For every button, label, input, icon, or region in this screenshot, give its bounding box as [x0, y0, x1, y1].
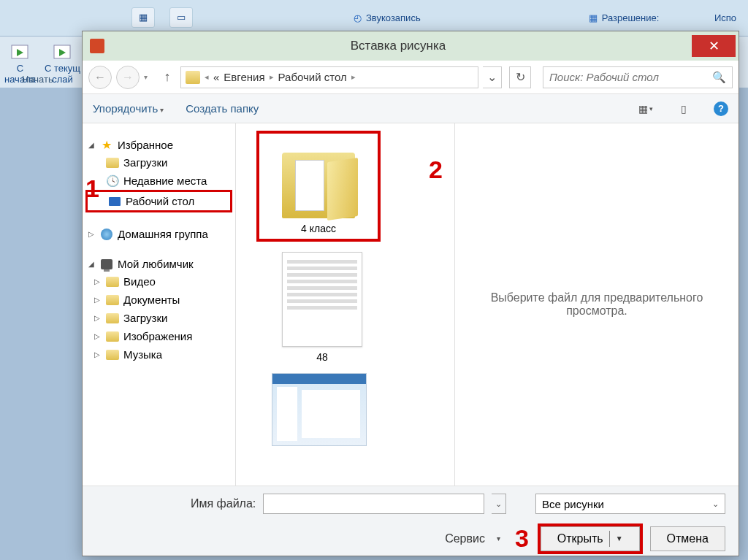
- tools-label[interactable]: Сервис: [445, 532, 485, 545]
- search-input[interactable]: [549, 71, 712, 83]
- organize-button[interactable]: Упорядочить▾: [93, 102, 164, 115]
- tree-favorites[interactable]: ◢ ★ Избранное: [85, 137, 232, 153]
- history-dropdown[interactable]: ▾: [144, 73, 154, 81]
- chevron-right-icon: ▸: [351, 72, 356, 82]
- slide-icon[interactable]: ▭: [169, 7, 193, 28]
- sound-record-label[interactable]: Звукозапись: [366, 12, 421, 23]
- file-list[interactable]: 2 4 класс 48: [236, 123, 455, 486]
- breadcrumb-2[interactable]: Рабочий стол: [278, 71, 347, 83]
- file-label: 48: [316, 351, 328, 363]
- resolution-label: Разрешение:: [602, 12, 660, 23]
- search-icon[interactable]: 🔍: [712, 71, 726, 84]
- expand-icon[interactable]: ▷: [94, 314, 102, 322]
- collapse-icon[interactable]: ◢: [88, 260, 96, 268]
- tree-label: Домашняя группа: [118, 228, 208, 240]
- forward-button[interactable]: →: [116, 66, 140, 89]
- nav-tree: 1 ◢ ★ Избранное Загрузки 🕓 Недавние мест…: [83, 123, 236, 486]
- expand-icon[interactable]: ▷: [94, 277, 102, 285]
- tree-video[interactable]: ▷ Видео: [85, 272, 232, 291]
- expand-icon[interactable]: ▷: [88, 230, 96, 238]
- open-dropdown-icon[interactable]: ▼: [616, 534, 623, 542]
- open-label: Открыть: [557, 532, 603, 545]
- tree-recent[interactable]: 🕓 Недавние места: [85, 172, 232, 190]
- annotation-2: 2: [429, 156, 443, 184]
- folder-icon: [186, 71, 200, 84]
- desktop-icon: [108, 196, 121, 207]
- view-button[interactable]: ▦▾: [638, 102, 654, 115]
- tree-label: Документы: [123, 294, 180, 306]
- document-thumb-icon: [282, 252, 362, 347]
- nav-row: ← → ▾ ↑ ◂ « Евгения ▸ Рабочий стол ▸ ⌄ ↻…: [83, 61, 739, 94]
- bottom-bar: Имя файла: ⌄ Все рисунки ⌄ Сервис ▾ 3 От…: [83, 486, 739, 556]
- play-icon: [9, 41, 31, 63]
- recent-icon: 🕓: [106, 175, 119, 187]
- filename-input[interactable]: [263, 494, 484, 514]
- help-button[interactable]: ?: [714, 101, 728, 116]
- preview-toggle-button[interactable]: ▯: [676, 102, 692, 115]
- close-button[interactable]: ✕: [692, 35, 736, 57]
- search-box[interactable]: 🔍: [543, 66, 733, 88]
- open-button[interactable]: Открыть ▼: [541, 526, 640, 551]
- expand-icon[interactable]: ▷: [94, 332, 102, 340]
- file-item-folder[interactable]: 4 класс: [256, 131, 381, 242]
- cancel-label: Отмена: [667, 532, 709, 545]
- tree-label: Недавние места: [123, 174, 207, 187]
- powerpoint-icon: [90, 39, 104, 53]
- cancel-button[interactable]: Отмена: [650, 526, 725, 551]
- tree-label: Музыка: [123, 348, 162, 361]
- expand-icon[interactable]: ▷: [94, 296, 102, 304]
- refresh-button[interactable]: ↻: [509, 66, 531, 88]
- ribbon-section-label: Начать: [22, 74, 53, 85]
- titlebar: Вставка рисунка ✕: [83, 31, 739, 61]
- tree-documents[interactable]: ▷ Документы: [85, 291, 232, 309]
- filename-dropdown[interactable]: ⌄: [492, 494, 506, 514]
- file-filter-dropdown[interactable]: Все рисунки ⌄: [535, 494, 725, 514]
- slide-thumb-icon: [272, 373, 367, 446]
- filename-label: Имя файла:: [191, 497, 256, 510]
- preview-message: Выберите файл для предварительного просм…: [477, 291, 717, 318]
- folder-icon: [106, 276, 119, 288]
- new-folder-button[interactable]: Создать папку: [186, 102, 259, 115]
- address-dropdown[interactable]: ⌄: [483, 66, 502, 88]
- tree-music[interactable]: ▷ Музыка: [85, 345, 232, 364]
- file-item-slide[interactable]: [268, 373, 370, 446]
- window-icon[interactable]: ▦: [131, 7, 155, 28]
- tools-dropdown-icon[interactable]: ▾: [497, 534, 500, 542]
- annotation-3: 3: [515, 524, 529, 553]
- homegroup-icon: [100, 229, 113, 240]
- computer-icon: [100, 258, 113, 270]
- breadcrumb-1[interactable]: Евгения: [224, 71, 264, 83]
- tree-homegroup[interactable]: ▷ Домашняя группа: [85, 226, 232, 242]
- collapse-icon[interactable]: ◢: [88, 141, 96, 149]
- toolbar: Упорядочить▾ Создать папку ▦▾ ▯ ?: [83, 94, 739, 123]
- play-current-icon: [51, 41, 73, 63]
- folder-large-icon: [275, 138, 362, 218]
- clock-icon: ◴: [354, 12, 362, 23]
- tree-pictures[interactable]: ▷ Изображения: [85, 327, 232, 345]
- tree-label: Мой любимчик: [118, 258, 194, 270]
- tree-label: Рабочий стол: [126, 195, 194, 207]
- folder-icon: [106, 349, 119, 361]
- address-bar[interactable]: ◂ « Евгения ▸ Рабочий стол ▸: [180, 66, 478, 88]
- file-label: 4 класс: [301, 223, 336, 234]
- tree-downloads2[interactable]: ▷ Загрузки: [85, 309, 232, 327]
- dialog-body: 1 ◢ ★ Избранное Загрузки 🕓 Недавние мест…: [83, 123, 739, 486]
- insert-picture-dialog: Вставка рисунка ✕ ← → ▾ ↑ ◂ « Евгения ▸ …: [82, 31, 739, 556]
- tree-label: Загрузки: [123, 156, 167, 169]
- tree-desktop[interactable]: Рабочий стол: [85, 190, 232, 212]
- folder-icon: [106, 312, 119, 324]
- annotation-1: 1: [85, 174, 99, 203]
- downloads-icon: [106, 157, 119, 169]
- expand-icon[interactable]: ▷: [94, 350, 102, 358]
- up-button[interactable]: ↑: [159, 69, 176, 86]
- tree-downloads[interactable]: Загрузки: [85, 153, 232, 172]
- resolution-icon: ▦: [589, 12, 598, 23]
- back-button[interactable]: ←: [88, 66, 112, 89]
- tree-mypc[interactable]: ◢ Мой любимчик: [85, 256, 232, 272]
- tree-label: Изображения: [123, 330, 192, 342]
- use-label: Испо: [714, 12, 736, 23]
- filter-label: Все рисунки: [542, 498, 604, 510]
- file-item-doc[interactable]: 48: [271, 252, 373, 363]
- folder-icon: [106, 331, 119, 342]
- star-icon: ★: [100, 139, 113, 151]
